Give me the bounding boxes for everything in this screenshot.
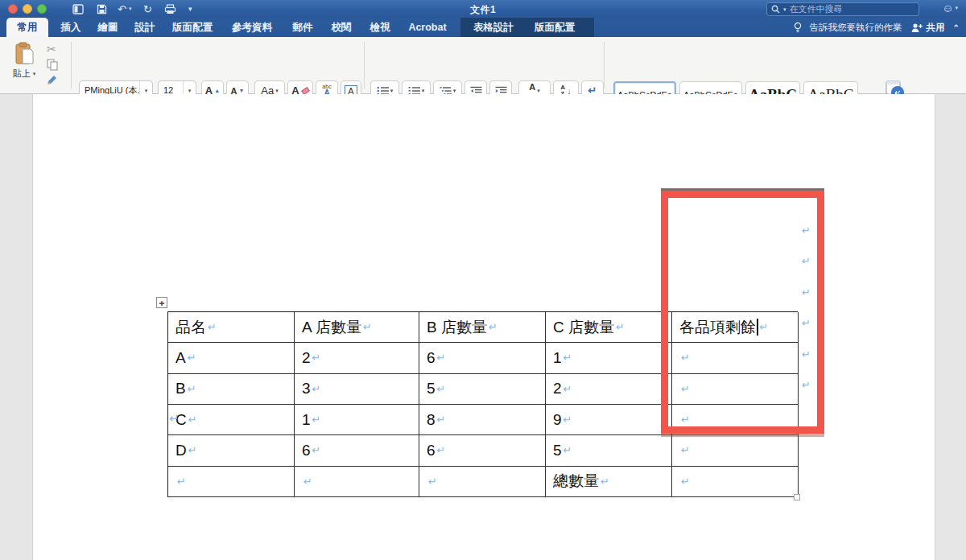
share-person-icon	[910, 23, 923, 33]
cell-mark-icon: ↵	[616, 321, 625, 333]
table-cell[interactable]: 6↵	[295, 435, 419, 466]
tab-insert[interactable]: 插入	[53, 18, 89, 37]
table-cell[interactable]: C↵	[168, 405, 295, 435]
table-cell[interactable]: 1↵	[295, 405, 419, 435]
tab-review[interactable]: 校閱	[324, 18, 359, 37]
cell-text: 5	[553, 442, 562, 459]
cell-mark-icon: ↵	[312, 414, 321, 426]
table-cell[interactable]: 1↵	[546, 343, 672, 373]
table-cell[interactable]: 總數量↵	[546, 467, 672, 497]
tab-view[interactable]: 檢視	[362, 18, 398, 37]
table-cell[interactable]: 6↵	[419, 343, 546, 373]
copy-icon[interactable]	[47, 59, 58, 71]
change-case-dropdown-icon[interactable]: ▾	[275, 88, 279, 93]
smiley-glyph: ☺	[942, 2, 953, 14]
header-text: 品名	[175, 317, 206, 338]
grow-font-arrow-icon: ▲	[214, 88, 220, 93]
cell-text: A	[175, 349, 186, 367]
table-cell[interactable]: D↵	[168, 435, 295, 466]
cell-text: 6	[427, 442, 436, 459]
multilevel-dropdown-icon[interactable]: ▾	[453, 88, 456, 93]
feedback-dropdown-icon[interactable]: ▾	[955, 5, 958, 11]
cell-mark-icon: ↵	[564, 414, 572, 426]
collapse-ribbon-icon[interactable]: ⌃	[953, 23, 960, 32]
cell-mark-icon: ↵	[312, 444, 321, 456]
cell-mark-icon: ↵	[312, 352, 321, 364]
cell-mark-icon: ↵	[312, 383, 321, 395]
tab-home[interactable]: 常用	[6, 18, 48, 37]
tab-layout[interactable]: 版面配置	[166, 18, 219, 37]
cell-mark-icon: ↵	[437, 414, 446, 426]
table-cell[interactable]: B↵	[168, 374, 295, 405]
tab-design[interactable]: 設計	[127, 18, 163, 37]
table-header-cell[interactable]: C 店數量↵	[546, 312, 672, 343]
bullets-dropdown-icon[interactable]: ▾	[390, 88, 394, 93]
paste-dropdown-icon[interactable]: ▾	[33, 71, 36, 76]
paragraph-mark-icon: ↵	[169, 411, 180, 426]
table-cell[interactable]: ↵	[672, 467, 799, 497]
search-scope-dropdown-icon[interactable]: ▾	[783, 6, 786, 13]
table-cell[interactable]: A↵	[168, 343, 295, 373]
cell-mark-icon: ↵	[363, 321, 372, 333]
table-cell[interactable]: ↵	[168, 467, 295, 497]
tell-me-label[interactable]: 告訴我您要執行的作業	[810, 22, 902, 34]
cell-mark-icon: ↵	[188, 352, 196, 364]
table-cell[interactable]: 5↵	[546, 435, 672, 466]
header-text: B 店數量	[427, 317, 487, 338]
table-cell[interactable]: 8↵	[419, 405, 546, 435]
tab-draw[interactable]: 繪圖	[90, 18, 126, 37]
tell-me-lightbulb-icon	[794, 22, 802, 34]
format-painter-icon[interactable]	[47, 74, 59, 86]
share-button[interactable]: 共用	[910, 22, 945, 34]
table-cell[interactable]: ↵	[295, 467, 419, 497]
titlebar: ↶▾ ↻ ▾ 文件1 ▾ 在文件中搜尋 ☺▾	[0, 0, 966, 18]
word-window: ↶▾ ↻ ▾ 文件1 ▾ 在文件中搜尋 ☺▾ 常用 插入 繪圖 設計 版面配置 …	[0, 0, 966, 560]
cell-text: B	[175, 380, 186, 397]
cell-text: 1	[302, 411, 311, 429]
search-icon	[771, 5, 780, 14]
table-move-handle[interactable]: ✚	[156, 297, 167, 308]
cell-mark-icon: ↵	[564, 383, 572, 395]
share-label: 共用	[927, 22, 945, 34]
annotation-red-rectangle	[661, 191, 824, 434]
table-resize-handle[interactable]	[794, 494, 800, 500]
search-input[interactable]: ▾ 在文件中搜尋	[766, 2, 919, 16]
cut-icon[interactable]: ✂	[47, 43, 56, 56]
cell-mark-icon: ↵	[437, 352, 446, 364]
tab-mailings[interactable]: 郵件	[285, 18, 320, 37]
tab-references[interactable]: 參考資料	[225, 18, 279, 37]
tab-table-layout[interactable]: 版面配置	[526, 18, 583, 37]
group-separator	[364, 42, 365, 89]
table-cell[interactable]: ↵	[419, 467, 546, 497]
table-cell[interactable]: 2↵	[546, 374, 672, 405]
cell-mark-icon: ↵	[208, 321, 217, 333]
cell-text: 2	[302, 349, 311, 367]
paste-label: 貼上	[13, 68, 31, 80]
cell-mark-icon: ↵	[681, 476, 690, 488]
table-cell[interactable]: 5↵	[419, 374, 546, 405]
table-cell[interactable]: 6↵	[419, 435, 546, 466]
cell-mark-icon: ↵	[437, 383, 446, 395]
document-area: ✚ 品名↵ A 店數量↵ B 店數量↵ C 店數量↵ 各品項剩餘↵ A↵ 2↵ …	[0, 94, 966, 560]
feedback-smiley-icon[interactable]: ☺▾	[942, 2, 958, 14]
cell-text: 總數量	[553, 471, 599, 492]
table-cell[interactable]: 3↵	[295, 374, 419, 405]
table-cell[interactable]: 2↵	[295, 343, 419, 373]
paste-clipboard-icon	[14, 42, 35, 66]
table-cell[interactable]: ↵	[672, 435, 799, 466]
cell-mark-icon: ↵	[188, 383, 196, 395]
table-header-cell[interactable]: 品名↵	[168, 312, 295, 343]
table-header-cell[interactable]: B 店數量↵	[419, 312, 546, 343]
table-cell[interactable]: 9↵	[546, 405, 672, 435]
numbering-dropdown-icon[interactable]: ▾	[422, 88, 425, 93]
tab-table-design[interactable]: 表格設計	[465, 18, 522, 37]
cell-mark-icon: ↵	[564, 444, 572, 456]
cell-mark-icon: ↵	[428, 476, 437, 488]
cell-text: 2	[553, 380, 562, 397]
cell-text: 9	[553, 411, 562, 429]
asian-layout-dropdown-icon[interactable]: ▾	[537, 88, 540, 93]
paste-button[interactable]: 貼上▾	[6, 42, 42, 89]
tab-acrobat[interactable]: Acrobat	[402, 18, 452, 37]
table-header-cell[interactable]: A 店數量↵	[295, 312, 419, 343]
cell-text: 6	[427, 349, 436, 367]
